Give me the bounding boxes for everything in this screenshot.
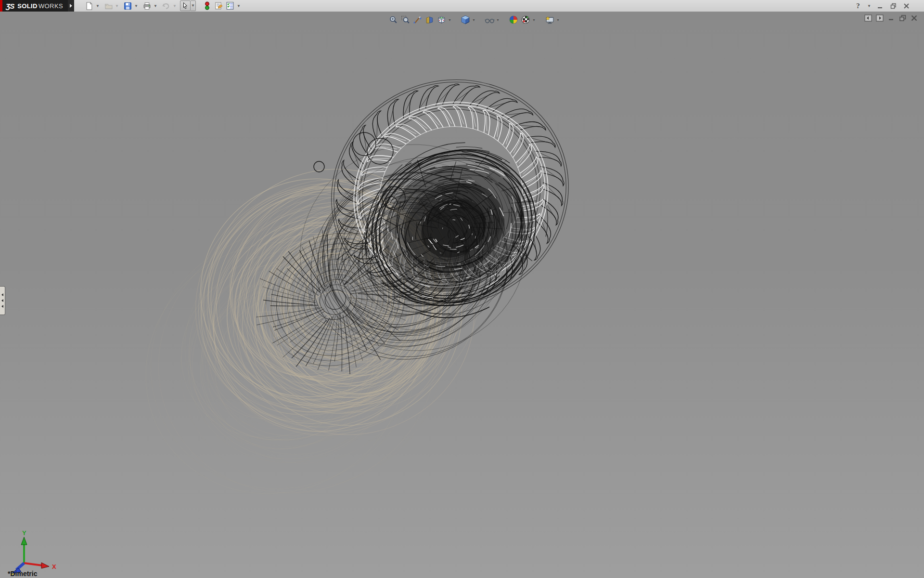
undo-icon — [162, 1, 170, 10]
save-button[interactable] — [122, 0, 133, 11]
help-dropdown-caret[interactable]: ▼ — [867, 4, 872, 8]
menu-toolbar: ▼ ▼ ▼ — [84, 0, 243, 11]
save-dropdown-caret[interactable]: ▼ — [134, 4, 139, 8]
file-properties-button[interactable] — [213, 0, 224, 11]
heads-up-toolbar: ▼ ▼ ▼ — [388, 14, 560, 25]
undo-dropdown-caret[interactable]: ▼ — [172, 4, 177, 8]
view-settings-button[interactable] — [544, 14, 555, 25]
previous-view-button[interactable] — [412, 14, 423, 25]
options-checklist-icon — [226, 1, 234, 10]
zoom-to-area-icon — [401, 15, 410, 25]
options-dropdown-caret[interactable]: ▼ — [236, 4, 241, 8]
print-icon — [143, 2, 151, 10]
open-document-button[interactable] — [103, 0, 114, 11]
menu-expand-arrow-icon[interactable] — [68, 0, 74, 12]
apply-scene-button[interactable] — [520, 14, 531, 25]
select-cursor-icon — [181, 2, 189, 10]
solidworks-logo[interactable]: ƷS SOLID WORKS — [2, 0, 68, 12]
options-button[interactable] — [225, 0, 235, 11]
window-controls: ? ▼ — [854, 0, 911, 12]
brand-works: WORKS — [38, 2, 63, 10]
doc-restore-icon[interactable] — [898, 14, 907, 22]
new-document-icon — [85, 2, 93, 10]
hide-show-items-icon — [485, 15, 495, 25]
apply-scene-caret[interactable]: ▼ — [532, 18, 536, 22]
view-settings-caret[interactable]: ▼ — [556, 18, 560, 22]
document-window-controls — [864, 14, 918, 22]
undo-button[interactable] — [161, 0, 171, 11]
display-style-button[interactable] — [460, 14, 471, 25]
select-tool-button[interactable] — [180, 0, 191, 11]
triad-x-label: X — [52, 563, 56, 570]
print-dropdown-caret[interactable]: ▼ — [153, 4, 158, 8]
doc-minimize-icon[interactable] — [887, 14, 895, 22]
doc-close-icon[interactable] — [910, 14, 918, 22]
new-dropdown-caret[interactable]: ▼ — [95, 4, 100, 8]
zoom-to-area-button[interactable] — [400, 14, 411, 25]
restore-icon[interactable] — [889, 1, 898, 10]
file-properties-icon — [214, 1, 223, 10]
zoom-to-fit-button[interactable] — [388, 14, 398, 25]
edit-appearance-button[interactable] — [508, 14, 519, 25]
triad-y-label: Y — [22, 529, 26, 537]
view-orientation-button[interactable] — [436, 14, 447, 25]
select-dropdown-caret[interactable]: ▼ — [191, 0, 196, 11]
pane-next-icon[interactable] — [875, 14, 884, 22]
reference-triad: Y X — [8, 528, 61, 577]
minimize-icon[interactable] — [876, 1, 885, 10]
close-icon[interactable] — [902, 1, 911, 10]
rebuild-traffic-light-icon — [204, 1, 211, 10]
previous-view-icon — [413, 15, 422, 25]
display-style-caret[interactable]: ▼ — [472, 18, 475, 22]
display-style-icon — [461, 15, 470, 25]
title-bar: ƷS SOLID WORKS ▼ ▼ — [0, 0, 924, 12]
zoom-to-fit-icon — [389, 15, 398, 25]
view-settings-icon — [545, 15, 555, 25]
rebuild-button[interactable] — [202, 0, 212, 11]
viewport-canvas[interactable] — [0, 12, 924, 578]
graphics-viewport[interactable]: ▼ ▼ ▼ — [0, 12, 924, 578]
edit-appearance-icon — [509, 15, 518, 25]
pane-previous-icon[interactable] — [864, 14, 872, 22]
open-document-icon — [104, 2, 113, 10]
section-view-icon — [425, 15, 434, 25]
new-document-button[interactable] — [84, 0, 94, 11]
brand-solid: SOLID — [17, 2, 38, 10]
hide-show-items-caret[interactable]: ▼ — [496, 18, 500, 22]
view-orientation-icon — [437, 15, 446, 25]
view-orientation-label: *Dimetric — [8, 570, 37, 578]
solidworks-window: ƷS SOLID WORKS ▼ ▼ — [0, 0, 924, 578]
view-orientation-caret[interactable]: ▼ — [448, 18, 451, 22]
featuremanager-collapsed-tab[interactable] — [0, 286, 5, 315]
open-dropdown-caret[interactable]: ▼ — [115, 4, 119, 8]
3ds-logo-mark: ƷS — [6, 2, 14, 10]
print-button[interactable] — [141, 0, 152, 11]
apply-scene-icon — [521, 15, 530, 25]
section-view-button[interactable] — [424, 14, 435, 25]
hide-show-items-button[interactable] — [484, 14, 495, 25]
help-icon[interactable]: ? — [854, 1, 862, 10]
save-icon — [124, 2, 132, 10]
